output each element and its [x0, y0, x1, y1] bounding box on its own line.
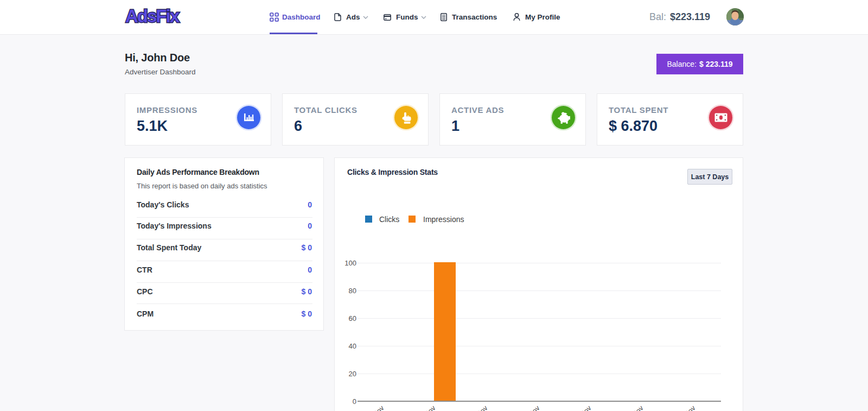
svg-text:AdsFix: AdsFix — [125, 6, 180, 26]
